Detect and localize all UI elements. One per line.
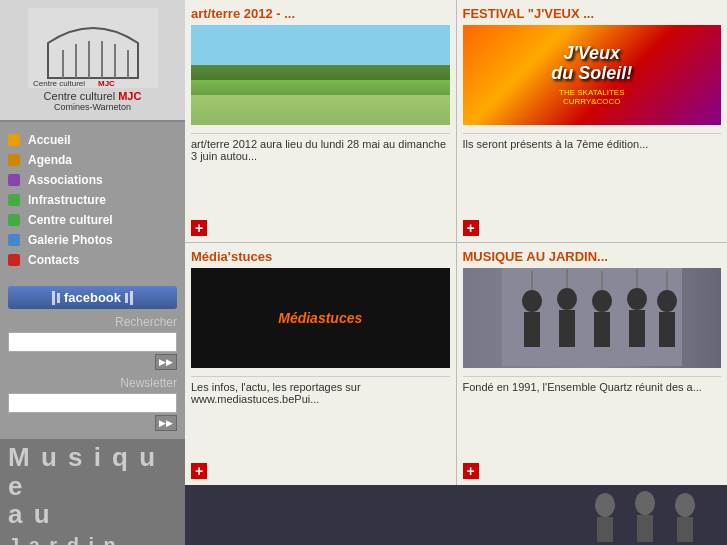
nav-dot xyxy=(8,254,20,266)
navigation-menu: AccueilAgendaAssociationsInfrastructureC… xyxy=(0,122,185,278)
card-desc: Fondé en 1991, l'Ensemble Quartz réunit … xyxy=(463,381,722,459)
svg-rect-45 xyxy=(597,517,613,542)
sidebar-widgets: facebook Rechercher ▶▶ Newsletter ▶▶ xyxy=(0,278,185,439)
nav-label: Agenda xyxy=(28,153,72,167)
facebook-button[interactable]: facebook xyxy=(8,286,177,309)
card-separator xyxy=(463,133,722,134)
card-art-terre: art/terre 2012 - ... art/terre 2012 aura… xyxy=(185,0,456,242)
card-title: MUSIQUE AU JARDIN... xyxy=(463,249,722,264)
nav-label: Contacts xyxy=(28,253,79,267)
sidebar-big-text: M u s i q u ea uJ a r d i n xyxy=(8,443,177,545)
nav-item-contacts[interactable]: Contacts xyxy=(0,250,185,270)
card-desc: art/terre 2012 aura lieu du lundi 28 mai… xyxy=(191,138,450,216)
nav-label: Associations xyxy=(28,173,103,187)
card-image-media: Médiastuces xyxy=(191,268,450,368)
nav-label: Centre culturel xyxy=(28,213,113,227)
search-go-area: ▶▶ xyxy=(8,354,177,370)
svg-rect-29 xyxy=(524,312,540,347)
svg-point-36 xyxy=(657,290,677,312)
card-image-canal xyxy=(191,25,450,125)
svg-rect-47 xyxy=(637,515,653,542)
card-plus-button[interactable]: + xyxy=(191,463,207,479)
nav-dot xyxy=(8,214,20,226)
newsletter-go-area: ▶▶ xyxy=(8,415,177,431)
card-plus-button[interactable]: + xyxy=(463,220,479,236)
svg-rect-31 xyxy=(559,310,575,347)
logo-subtitle: Comines-Warneton xyxy=(54,102,131,112)
card-desc: Les infos, l'actu, les reportages sur ww… xyxy=(191,381,450,459)
svg-point-32 xyxy=(592,290,612,312)
svg-point-44 xyxy=(595,493,615,517)
nav-dot xyxy=(8,234,20,246)
facebook-label: facebook xyxy=(64,290,121,305)
nav-label: Accueil xyxy=(28,133,71,147)
card-separator xyxy=(463,376,722,377)
newsletter-submit-button[interactable]: ▶▶ xyxy=(155,415,177,431)
nav-item-agenda[interactable]: Agenda xyxy=(0,150,185,170)
logo-title: Centre culturel MJC xyxy=(44,90,142,102)
svg-point-48 xyxy=(675,493,695,517)
svg-rect-37 xyxy=(659,312,675,347)
nav-item-centre-culturel[interactable]: Centre culturel xyxy=(0,210,185,230)
newsletter-label: Newsletter xyxy=(8,376,177,390)
nav-label: Infrastructure xyxy=(28,193,106,207)
svg-rect-49 xyxy=(677,517,693,542)
svg-rect-33 xyxy=(594,312,610,347)
media-text: Médiastuces xyxy=(278,310,362,326)
search-label: Rechercher xyxy=(8,315,177,329)
svg-point-46 xyxy=(635,491,655,515)
card-musique-jardin: MUSIQUE AU JARDIN... xyxy=(457,243,728,485)
nav-dot xyxy=(8,154,20,166)
card-mediastuces: Média'stuces Médiastuces Les infos, l'ac… xyxy=(185,243,456,485)
card-plus-button[interactable]: + xyxy=(191,220,207,236)
svg-rect-35 xyxy=(629,310,645,347)
card-image-festival: J'Veuxdu Soleil! THE SKATALITES CURRY&CO… xyxy=(463,25,722,125)
nav-item-accueil[interactable]: Accueil xyxy=(0,130,185,150)
svg-text:Centre culturel: Centre culturel xyxy=(33,79,85,88)
nav-item-galerie-photos[interactable]: Galerie Photos xyxy=(0,230,185,250)
card-desc: Ils seront présents à la 7ème édition... xyxy=(463,138,722,216)
card-separator xyxy=(191,133,450,134)
svg-text:MJC: MJC xyxy=(98,79,115,88)
sidebar-big-text-area: M u s i q u ea uJ a r d i n xyxy=(0,439,185,545)
logo-area: Centre culturel MJC Centre culturel MJC … xyxy=(0,0,185,122)
nav-dot xyxy=(8,134,20,146)
card-image-musique xyxy=(463,268,722,368)
nav-dot xyxy=(8,174,20,186)
card-festival: FESTIVAL "J'VEUX ... J'Veuxdu Soleil! TH… xyxy=(457,0,728,242)
card-title: Média'stuces xyxy=(191,249,450,264)
card-title: FESTIVAL "J'VEUX ... xyxy=(463,6,722,21)
card-plus-button[interactable]: + xyxy=(463,463,479,479)
card-title: art/terre 2012 - ... xyxy=(191,6,450,21)
search-input[interactable] xyxy=(8,332,177,352)
logo-image: Centre culturel MJC xyxy=(28,8,158,88)
right-bottom-strip xyxy=(185,485,727,545)
search-submit-button[interactable]: ▶▶ xyxy=(155,354,177,370)
svg-point-34 xyxy=(627,288,647,310)
cards-grid: art/terre 2012 - ... art/terre 2012 aura… xyxy=(185,0,727,485)
svg-point-30 xyxy=(557,288,577,310)
newsletter-input[interactable] xyxy=(8,393,177,413)
nav-label: Galerie Photos xyxy=(28,233,113,247)
nav-item-infrastructure[interactable]: Infrastructure xyxy=(0,190,185,210)
nav-dot xyxy=(8,194,20,206)
card-separator xyxy=(191,376,450,377)
svg-point-28 xyxy=(522,290,542,312)
nav-item-associations[interactable]: Associations xyxy=(0,170,185,190)
